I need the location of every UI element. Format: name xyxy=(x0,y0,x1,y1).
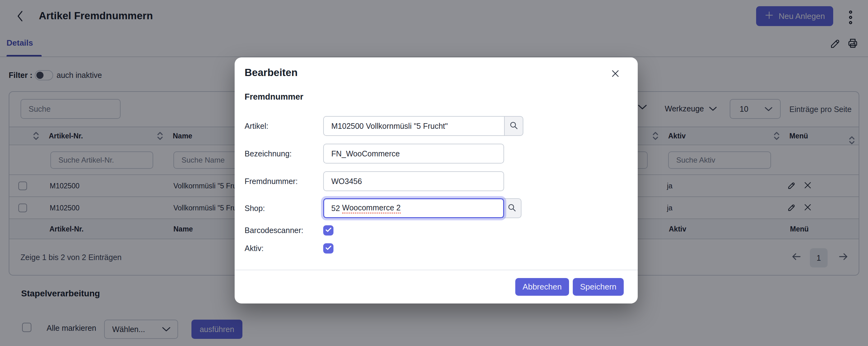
artikel-input[interactable] xyxy=(323,116,504,136)
aktiv-label: Aktiv: xyxy=(245,244,264,253)
shop-input[interactable]: 52 Woocommerce 2 xyxy=(323,198,504,218)
barcodescanner-label: Barcodescanner: xyxy=(245,226,303,235)
magnifier-icon xyxy=(507,203,517,213)
shop-search-button[interactable] xyxy=(502,198,522,218)
fremdnummer-label: Fremdnummer: xyxy=(245,177,298,186)
artikel-label: Artikel: xyxy=(245,122,268,131)
modal-footer-divider xyxy=(235,270,638,270)
fremdnummer-input[interactable] xyxy=(323,171,504,191)
bezeichnung-input[interactable] xyxy=(323,144,504,164)
magnifier-icon xyxy=(509,121,518,131)
field-row-fremdnummer: Fremdnummer: xyxy=(235,171,638,191)
check-icon xyxy=(326,227,332,234)
bezeichnung-label: Bezeichnung: xyxy=(245,149,292,158)
field-row-bezeichnung: Bezeichnung: xyxy=(235,144,638,164)
artikel-search-button[interactable] xyxy=(504,116,523,136)
modal-close-button[interactable] xyxy=(609,67,622,81)
page: Artikel Fremdnummern Neu Anlegen Details… xyxy=(0,0,868,346)
field-row-artikel: Artikel: xyxy=(235,116,638,136)
field-row-shop: Shop: 52 Woocommerce 2 xyxy=(235,198,638,218)
edit-modal: Bearbeiten Fremdnummer Artikel: Bezeichn… xyxy=(235,58,638,304)
save-button[interactable]: Speichern xyxy=(573,278,624,296)
check-icon xyxy=(326,245,332,252)
close-icon xyxy=(610,69,620,80)
cancel-button[interactable]: Abbrechen xyxy=(515,278,569,296)
aktiv-checkbox[interactable] xyxy=(323,243,334,253)
shop-label: Shop: xyxy=(245,204,265,213)
shop-value-prefix: 52 xyxy=(331,204,342,213)
barcodescanner-checkbox[interactable] xyxy=(323,225,334,236)
shop-value-misspelled: Woocommerce 2 xyxy=(342,203,401,213)
modal-subtitle: Fremdnummer xyxy=(245,92,303,102)
modal-title: Bearbeiten xyxy=(245,67,298,78)
